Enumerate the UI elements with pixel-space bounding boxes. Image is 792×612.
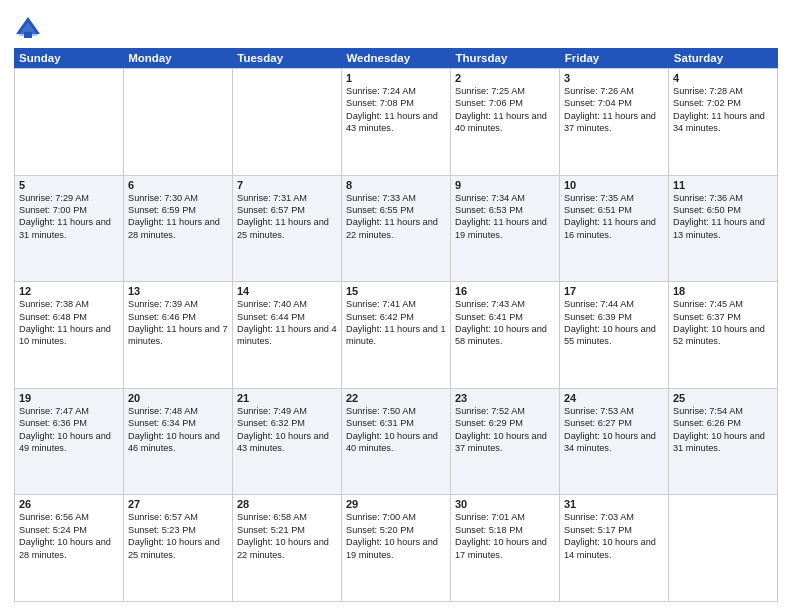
day-number: 23 <box>455 392 555 404</box>
daylight-text: Daylight: 11 hours and 25 minutes. <box>237 216 337 241</box>
daylight-text: Daylight: 11 hours and 43 minutes. <box>346 110 446 135</box>
calendar-cell: 21Sunrise: 7:49 AMSunset: 6:32 PMDayligh… <box>233 389 342 496</box>
daylight-text: Daylight: 10 hours and 52 minutes. <box>673 323 773 348</box>
calendar-week-1: 1Sunrise: 7:24 AMSunset: 7:08 PMDaylight… <box>15 69 778 176</box>
day-number: 22 <box>346 392 446 404</box>
daylight-text: Daylight: 11 hours and 34 minutes. <box>673 110 773 135</box>
sunset-text: Sunset: 6:39 PM <box>564 311 664 323</box>
sunset-text: Sunset: 6:50 PM <box>673 204 773 216</box>
sunset-text: Sunset: 6:57 PM <box>237 204 337 216</box>
sunrise-text: Sunrise: 7:47 AM <box>19 405 119 417</box>
sunrise-text: Sunrise: 7:03 AM <box>564 511 664 523</box>
sunset-text: Sunset: 7:02 PM <box>673 97 773 109</box>
daylight-text: Daylight: 11 hours and 13 minutes. <box>673 216 773 241</box>
daylight-text: Daylight: 11 hours and 40 minutes. <box>455 110 555 135</box>
calendar-cell <box>124 69 233 176</box>
sunrise-text: Sunrise: 7:28 AM <box>673 85 773 97</box>
sunset-text: Sunset: 6:34 PM <box>128 417 228 429</box>
day-number: 9 <box>455 179 555 191</box>
sunset-text: Sunset: 6:37 PM <box>673 311 773 323</box>
daylight-text: Daylight: 10 hours and 37 minutes. <box>455 430 555 455</box>
daylight-text: Daylight: 10 hours and 46 minutes. <box>128 430 228 455</box>
calendar-cell: 5Sunrise: 7:29 AMSunset: 7:00 PMDaylight… <box>15 176 124 283</box>
day-number: 1 <box>346 72 446 84</box>
calendar-cell: 24Sunrise: 7:53 AMSunset: 6:27 PMDayligh… <box>560 389 669 496</box>
sunrise-text: Sunrise: 7:50 AM <box>346 405 446 417</box>
day-number: 19 <box>19 392 119 404</box>
daylight-text: Daylight: 10 hours and 55 minutes. <box>564 323 664 348</box>
calendar-week-4: 19Sunrise: 7:47 AMSunset: 6:36 PMDayligh… <box>15 389 778 496</box>
sunrise-text: Sunrise: 7:53 AM <box>564 405 664 417</box>
calendar-cell: 28Sunrise: 6:58 AMSunset: 5:21 PMDayligh… <box>233 495 342 602</box>
calendar-cell: 8Sunrise: 7:33 AMSunset: 6:55 PMDaylight… <box>342 176 451 283</box>
daylight-text: Daylight: 10 hours and 31 minutes. <box>673 430 773 455</box>
day-number: 28 <box>237 498 337 510</box>
sunrise-text: Sunrise: 7:35 AM <box>564 192 664 204</box>
calendar-cell <box>669 495 778 602</box>
day-number: 3 <box>564 72 664 84</box>
sunrise-text: Sunrise: 7:00 AM <box>346 511 446 523</box>
calendar-cell: 15Sunrise: 7:41 AMSunset: 6:42 PMDayligh… <box>342 282 451 389</box>
header-day-tuesday: Tuesday <box>232 48 341 68</box>
sunrise-text: Sunrise: 7:01 AM <box>455 511 555 523</box>
daylight-text: Daylight: 10 hours and 58 minutes. <box>455 323 555 348</box>
day-number: 15 <box>346 285 446 297</box>
svg-rect-2 <box>24 32 32 38</box>
calendar-cell: 2Sunrise: 7:25 AMSunset: 7:06 PMDaylight… <box>451 69 560 176</box>
sunrise-text: Sunrise: 7:41 AM <box>346 298 446 310</box>
daylight-text: Daylight: 10 hours and 14 minutes. <box>564 536 664 561</box>
sunset-text: Sunset: 6:27 PM <box>564 417 664 429</box>
day-number: 27 <box>128 498 228 510</box>
day-number: 6 <box>128 179 228 191</box>
sunrise-text: Sunrise: 7:44 AM <box>564 298 664 310</box>
sunset-text: Sunset: 7:04 PM <box>564 97 664 109</box>
calendar-cell: 10Sunrise: 7:35 AMSunset: 6:51 PMDayligh… <box>560 176 669 283</box>
daylight-text: Daylight: 11 hours and 4 minutes. <box>237 323 337 348</box>
sunrise-text: Sunrise: 7:43 AM <box>455 298 555 310</box>
calendar-week-3: 12Sunrise: 7:38 AMSunset: 6:48 PMDayligh… <box>15 282 778 389</box>
calendar-cell: 14Sunrise: 7:40 AMSunset: 6:44 PMDayligh… <box>233 282 342 389</box>
day-number: 29 <box>346 498 446 510</box>
header-day-wednesday: Wednesday <box>341 48 450 68</box>
sunset-text: Sunset: 6:59 PM <box>128 204 228 216</box>
sunrise-text: Sunrise: 7:34 AM <box>455 192 555 204</box>
day-number: 8 <box>346 179 446 191</box>
day-number: 17 <box>564 285 664 297</box>
day-number: 14 <box>237 285 337 297</box>
calendar-cell: 26Sunrise: 6:56 AMSunset: 5:24 PMDayligh… <box>15 495 124 602</box>
day-number: 13 <box>128 285 228 297</box>
calendar-cell <box>15 69 124 176</box>
daylight-text: Daylight: 10 hours and 22 minutes. <box>237 536 337 561</box>
sunrise-text: Sunrise: 7:49 AM <box>237 405 337 417</box>
sunrise-text: Sunrise: 7:45 AM <box>673 298 773 310</box>
calendar-cell: 31Sunrise: 7:03 AMSunset: 5:17 PMDayligh… <box>560 495 669 602</box>
sunrise-text: Sunrise: 7:48 AM <box>128 405 228 417</box>
calendar-header: SundayMondayTuesdayWednesdayThursdayFrid… <box>14 48 778 68</box>
sunset-text: Sunset: 6:29 PM <box>455 417 555 429</box>
sunrise-text: Sunrise: 7:39 AM <box>128 298 228 310</box>
sunset-text: Sunset: 6:46 PM <box>128 311 228 323</box>
sunrise-text: Sunrise: 7:54 AM <box>673 405 773 417</box>
day-number: 20 <box>128 392 228 404</box>
header <box>14 10 778 42</box>
sunset-text: Sunset: 7:06 PM <box>455 97 555 109</box>
calendar-cell: 23Sunrise: 7:52 AMSunset: 6:29 PMDayligh… <box>451 389 560 496</box>
sunrise-text: Sunrise: 6:57 AM <box>128 511 228 523</box>
sunrise-text: Sunrise: 7:25 AM <box>455 85 555 97</box>
sunset-text: Sunset: 5:21 PM <box>237 524 337 536</box>
sunrise-text: Sunrise: 7:26 AM <box>564 85 664 97</box>
sunrise-text: Sunrise: 7:36 AM <box>673 192 773 204</box>
sunset-text: Sunset: 5:23 PM <box>128 524 228 536</box>
sunrise-text: Sunrise: 7:52 AM <box>455 405 555 417</box>
calendar-cell: 22Sunrise: 7:50 AMSunset: 6:31 PMDayligh… <box>342 389 451 496</box>
header-day-monday: Monday <box>123 48 232 68</box>
sunset-text: Sunset: 6:42 PM <box>346 311 446 323</box>
header-day-saturday: Saturday <box>669 48 778 68</box>
day-number: 25 <box>673 392 773 404</box>
daylight-text: Daylight: 10 hours and 34 minutes. <box>564 430 664 455</box>
daylight-text: Daylight: 10 hours and 17 minutes. <box>455 536 555 561</box>
logo-icon <box>14 14 42 42</box>
calendar-cell: 13Sunrise: 7:39 AMSunset: 6:46 PMDayligh… <box>124 282 233 389</box>
sunset-text: Sunset: 7:00 PM <box>19 204 119 216</box>
calendar-cell: 16Sunrise: 7:43 AMSunset: 6:41 PMDayligh… <box>451 282 560 389</box>
